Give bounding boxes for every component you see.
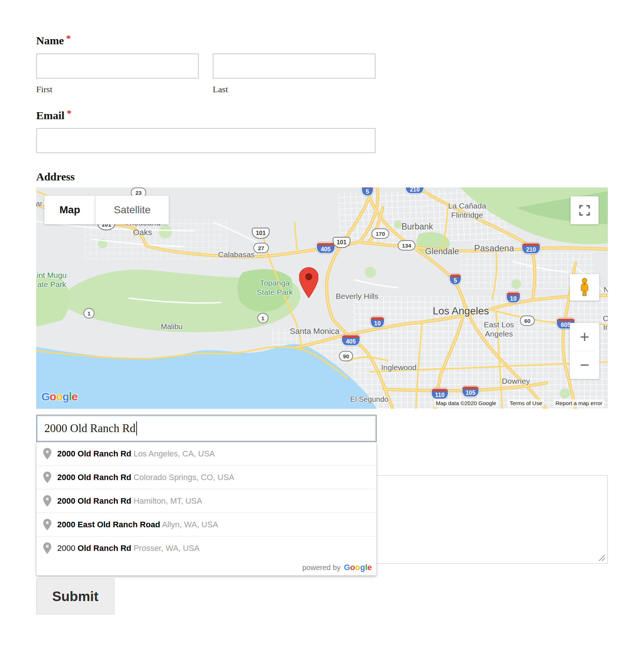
map-label-topanga: TopangaState Park [257, 278, 293, 297]
map-label-malibu: Malibu [161, 322, 183, 331]
map-label-partial: N [603, 285, 608, 294]
google-map[interactable]: ar ThousandOaks Calabasas int Muguate Pa… [36, 187, 608, 409]
fullscreen-icon [579, 205, 590, 216]
route-210-badge: 210 [521, 243, 541, 254]
route-210-badge: 210 [405, 187, 424, 194]
report-map-error-link[interactable]: Report a map error [554, 399, 604, 407]
last-name-input[interactable] [213, 54, 376, 79]
google-logo-small: Google [344, 563, 372, 572]
map-label-downey: Downey [502, 376, 530, 386]
first-name-input[interactable] [36, 54, 199, 79]
map-type-button-map[interactable]: Map [44, 196, 95, 224]
first-sublabel: First [36, 85, 52, 94]
route-10-badge: 10 [506, 292, 521, 303]
map-label-los-angeles: Los Angeles [433, 305, 489, 317]
map-label-partial: ar [36, 199, 42, 208]
map-label-pasadena: Pasadena [474, 243, 514, 254]
route-405-badge: 405 [341, 335, 360, 346]
route-10-badge: 10 [370, 317, 385, 328]
map-label-el-segundo: El Segundo [350, 395, 388, 404]
zoom-out-button[interactable]: − [570, 351, 599, 379]
place-pin-icon [43, 472, 51, 483]
route-105-badge: 105 [462, 386, 479, 397]
google-logo[interactable]: Google [41, 390, 77, 403]
location-pin-icon [299, 267, 318, 300]
route-1-badge: 1 [83, 308, 95, 318]
map-label-east-los-angeles: East LosAngeles [484, 320, 514, 338]
map-label-inglewood: Inglewood [381, 363, 417, 372]
route-60-badge: 60 [520, 315, 535, 326]
route-27-badge: 27 [253, 243, 269, 253]
map-label-partial: In [603, 322, 608, 332]
last-sublabel: Last [213, 85, 228, 94]
map-label-la-canada: La CañadaFlintridge [448, 201, 486, 220]
map-attribution: Map data ©2020 Google Terms of Use Repor… [434, 399, 604, 407]
address-autocomplete-dropdown: 2000 Old Ranch Rd Los Angeles, CA, USA 2… [36, 442, 377, 576]
email-input[interactable] [36, 128, 376, 153]
map-type-button-satellite[interactable]: Satellite [95, 196, 169, 224]
route-110-badge: 110 [431, 388, 449, 400]
fullscreen-button[interactable] [571, 196, 599, 224]
route-405-badge: 405 [316, 242, 335, 254]
route-1-badge: 1 [257, 313, 268, 323]
place-pin-icon [43, 495, 51, 507]
map-label-partial: C [603, 314, 608, 323]
place-pin-icon [43, 448, 51, 459]
route-134-badge: 134 [398, 240, 415, 251]
autocomplete-item[interactable]: 2000 East Old Ranch Road Allyn, WA, USA [37, 513, 376, 536]
map-data-text: Map data ©2020 Google [434, 399, 498, 407]
powered-by-google: powered by Google [37, 560, 376, 575]
place-pin-icon [43, 519, 51, 530]
map-label-santa-monica: Santa Monica [290, 327, 340, 336]
address-input[interactable]: 2000 Old Ranch Rd [36, 415, 377, 442]
autocomplete-item[interactable]: 2000 Old Ranch Rd Hamilton, MT, USA [37, 489, 376, 513]
pegman-icon [578, 278, 591, 297]
terms-of-use-link[interactable]: Terms of Use [508, 399, 544, 407]
autocomplete-item[interactable]: 2000 Old Ranch Rd Los Angeles, CA, USA [37, 442, 376, 465]
route-90-badge: 90 [339, 351, 353, 361]
map-label-glendale: Glendale [425, 246, 459, 257]
email-label: Email* [36, 110, 72, 121]
text-caret [136, 421, 137, 435]
required-asterisk: * [67, 108, 72, 119]
route-170-badge: 170 [371, 228, 389, 239]
route-5-badge: 5 [449, 274, 462, 285]
map-label-beverly-hills: Beverly Hills [336, 291, 378, 301]
map-label-point-mugu: int Muguate Park [37, 270, 67, 289]
address-label: Address [36, 171, 75, 182]
textarea-resize-handle[interactable] [597, 553, 606, 562]
place-pin-icon [43, 542, 51, 554]
zoom-in-button[interactable]: + [570, 323, 599, 351]
name-label: Name* [36, 35, 71, 46]
autocomplete-item[interactable]: 2000 Old Ranch Rd Prosser, WA, USA [37, 536, 376, 560]
autocomplete-item[interactable]: 2000 Old Ranch Rd Colorado Springs, CO, … [37, 465, 376, 489]
pegman-button[interactable] [570, 274, 599, 301]
required-asterisk: * [66, 33, 71, 44]
zoom-control: + − [570, 323, 599, 379]
submit-button[interactable]: Submit [36, 579, 114, 614]
map-label-burbank: Burbank [401, 222, 433, 232]
map-label-calabasas: Calabasas [218, 250, 254, 259]
